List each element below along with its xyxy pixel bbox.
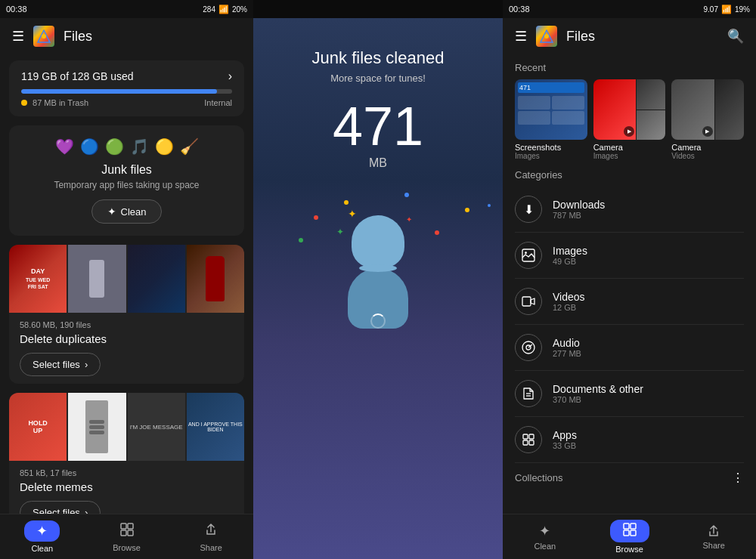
svg-rect-2 xyxy=(121,523,126,529)
cleaned-unit: MB xyxy=(369,156,387,170)
nav-share-right[interactable]: Share xyxy=(671,523,756,550)
confetti-dot-7 xyxy=(299,238,303,242)
downloads-size: 787 MB xyxy=(553,211,744,220)
recent-item-screenshots[interactable]: 471 xyxy=(515,79,587,160)
category-images[interactable]: Images 49 GB xyxy=(515,233,744,279)
browse-nav-icon-left xyxy=(119,522,135,541)
junk-title: Junk files xyxy=(21,163,232,177)
clean-nav-label-left: Clean xyxy=(31,544,53,553)
videos-name: Videos xyxy=(553,291,744,303)
documents-info: Documents & other 370 MB xyxy=(553,383,744,404)
svg-rect-3 xyxy=(128,523,133,529)
meme-meta: 851 kB, 17 files xyxy=(20,468,234,477)
person-head xyxy=(352,215,404,268)
camera-images-type: Images xyxy=(593,152,666,160)
right-hamburger-icon[interactable]: ☰ xyxy=(515,28,527,45)
apps-info: Apps 33 GB xyxy=(553,429,744,450)
meme-content: 851 kB, 17 files Delete memes Select fil… xyxy=(9,461,244,514)
meme-thumb-3: I'M JOE MESSAGE xyxy=(128,393,185,461)
recent-item-camera-images[interactable]: ▶ Camera Images xyxy=(593,79,666,160)
category-documents[interactable]: Documents & other 370 MB xyxy=(515,371,744,417)
storage-arrow-icon[interactable]: › xyxy=(228,69,232,83)
meme-select-label: Select files xyxy=(33,507,80,514)
screenshots-name: Screenshots xyxy=(515,143,587,152)
screenshots-type: Images xyxy=(515,152,587,160)
junk-icon-3: 🟢 xyxy=(105,137,124,156)
downloads-name: Downloads xyxy=(553,199,744,211)
meme-select-button[interactable]: Select files › xyxy=(20,501,101,514)
storage-meta: 87 MB in Trash Internal xyxy=(21,98,232,107)
documents-size: 370 MB xyxy=(553,395,744,404)
dup-meta: 58.60 MB, 190 files xyxy=(20,320,234,329)
svg-rect-20 xyxy=(631,523,636,529)
dup-title: Delete duplicates xyxy=(20,332,234,345)
recent-thumb-screenshots: 471 xyxy=(515,79,587,140)
right-time: 00:38 xyxy=(509,5,530,14)
left-content: 💜 🔵 🟢 🎵 🟡 🧹 Junk files Temporary app fil… xyxy=(0,122,253,514)
apps-icon xyxy=(515,426,542,453)
trash-label: 87 MB in Trash xyxy=(33,98,88,107)
left-header: ☰ Files xyxy=(0,18,253,54)
svg-rect-4 xyxy=(121,530,126,536)
videos-icon xyxy=(515,288,542,315)
audio-size: 277 MB xyxy=(553,349,744,358)
category-audio[interactable]: Audio 277 MB xyxy=(515,325,744,371)
junk-icons-row: 💜 🔵 🟢 🎵 🟡 🧹 xyxy=(21,137,232,156)
categories-label: Categories xyxy=(515,169,744,181)
bottom-nav-left: ✦ Clean Browse xyxy=(0,514,253,559)
nav-browse-right[interactable]: Browse xyxy=(587,520,672,554)
junk-icon-6: 🧹 xyxy=(180,137,199,156)
status-bar-left: 00:38 284 📶 20% xyxy=(0,0,253,18)
hamburger-icon[interactable]: ☰ xyxy=(12,28,24,45)
svg-point-9 xyxy=(525,252,527,254)
recent-item-camera-videos[interactable]: ▶ Camera Videos xyxy=(671,79,744,160)
category-downloads[interactable]: ⬇ Downloads 787 MB xyxy=(515,187,744,233)
category-videos[interactable]: Videos 12 GB xyxy=(515,279,744,325)
junk-card: 💜 🔵 🟢 🎵 🟡 🧹 Junk files Temporary app fil… xyxy=(9,125,244,236)
images-info: Images 49 GB xyxy=(553,245,744,266)
panel-middle: Junk files cleaned More space for tunes!… xyxy=(253,18,503,559)
duplicates-card: DAY TUE WED FRI SAT xyxy=(9,245,244,384)
memes-card: HOLD UP xyxy=(9,393,244,514)
audio-icon xyxy=(515,334,542,361)
nav-browse-left[interactable]: Browse xyxy=(85,522,169,552)
images-icon xyxy=(515,242,542,269)
confetti-dot-4 xyxy=(404,193,409,197)
junk-icon-2: 🔵 xyxy=(80,137,99,156)
share-nav-label-right: Share xyxy=(703,541,725,550)
dup-thumb-4 xyxy=(187,245,244,313)
recent-row: 471 xyxy=(515,79,744,160)
dup-select-button[interactable]: Select files › xyxy=(20,353,101,376)
clean-nav-icon-left: ✦ xyxy=(36,523,48,539)
confetti-dot-5 xyxy=(435,230,439,235)
nav-clean-left[interactable]: ✦ Clean xyxy=(0,520,85,553)
app-logo-right xyxy=(536,26,557,47)
collections-more-icon[interactable]: ⋮ xyxy=(732,471,744,485)
nav-share-left[interactable]: Share xyxy=(169,522,253,552)
search-icon[interactable]: 🔍 xyxy=(727,28,744,45)
storage-bar-track xyxy=(21,89,232,94)
dup-drink-shape xyxy=(206,256,225,301)
meme-arrow-icon: › xyxy=(85,507,88,514)
videos-size: 12 GB xyxy=(553,303,744,312)
dup-thumb-2 xyxy=(68,245,125,313)
left-time: 00:38 xyxy=(6,5,27,14)
junk-clean-button[interactable]: ✦ Clean xyxy=(91,199,163,224)
cleaned-title: Junk files cleaned xyxy=(312,48,445,68)
camera-videos-name: Camera xyxy=(671,143,744,152)
category-apps[interactable]: Apps 33 GB xyxy=(515,417,744,463)
images-name: Images xyxy=(553,245,744,257)
app-title-right: Files xyxy=(566,29,595,45)
audio-name: Audio xyxy=(553,337,744,349)
storage-card: 119 GB of 128 GB used › 87 MB in Trash I… xyxy=(9,60,244,116)
right-content: Recent 471 xyxy=(503,54,756,514)
browse-nav-label-right: Browse xyxy=(615,545,643,554)
share-nav-label-left: Share xyxy=(200,543,222,552)
storage-used-label: 119 GB of 128 GB used xyxy=(21,70,134,82)
meme-images: HOLD UP xyxy=(9,393,244,461)
collections-label: Collections xyxy=(515,472,563,483)
nav-clean-right[interactable]: ✦ Clean xyxy=(503,523,587,551)
recent-thumb-camera-videos: ▶ xyxy=(671,79,744,140)
cleaned-subtitle: More space for tunes! xyxy=(330,73,426,84)
dup-images: DAY TUE WED FRI SAT xyxy=(9,245,244,313)
